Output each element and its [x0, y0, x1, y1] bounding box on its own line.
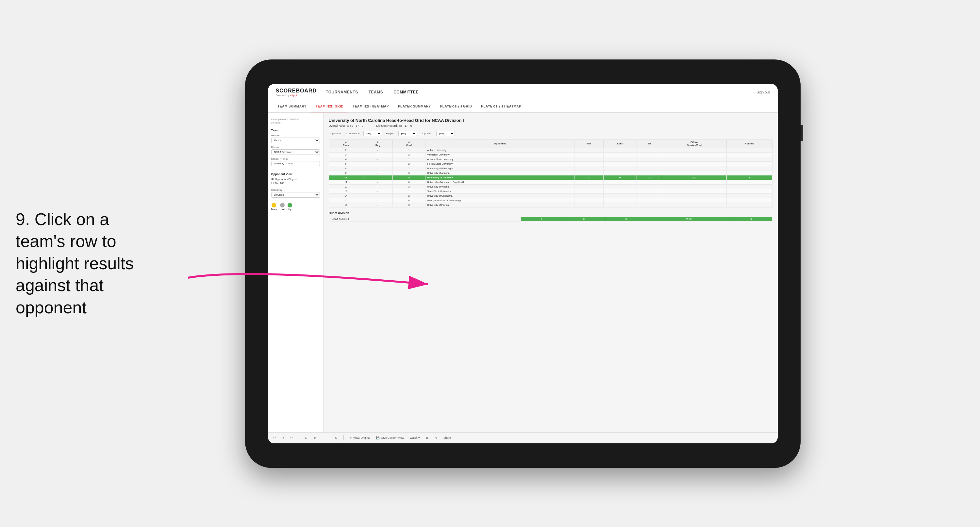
cell-div-tie: 0 [605, 217, 647, 221]
cell-reg: - [363, 193, 393, 198]
toolbar-sep2 [344, 435, 344, 440]
table-row[interactable]: 8 - 2 University of Washington [329, 166, 772, 170]
instruction-text: 9. Click on a team's row to highlight re… [16, 209, 140, 319]
toolbar-dot2[interactable]: · [327, 436, 330, 440]
legend-up: Up [288, 203, 292, 210]
cell-rank: 12 [329, 184, 363, 189]
col-tie: Tie [636, 140, 662, 148]
toolbar-back[interactable]: ↩ [289, 436, 294, 440]
toolbar-undo[interactable]: ↩ [272, 436, 277, 440]
tab-team-h2h-grid[interactable]: TEAM H2H GRID [311, 101, 348, 112]
cell-tie [636, 180, 662, 184]
cell-reg: - [363, 157, 393, 161]
tab-team-summary[interactable]: TEAM SUMMARY [273, 101, 311, 112]
nav-links: TOURNAMENTS TEAMS COMMITTEE [326, 84, 754, 100]
opponent-filter-label: Opponent [421, 132, 432, 135]
toolbar-clock[interactable]: ⊙ [334, 436, 339, 440]
grid-records: Overall Record: 89 - 17 - 0 Division Rec… [329, 124, 773, 127]
tablet-side-button [800, 125, 803, 141]
table-row[interactable]: 13 - 1 Texas Tech University [329, 189, 772, 193]
cell-conf: 2 [393, 193, 425, 198]
out-of-division-row[interactable]: NCAA Division II 1 0 0 26.00 3 [329, 217, 772, 221]
toolbar-dot1[interactable]: · [321, 436, 324, 440]
table-row[interactable]: 3 - 2 Vanderbilt University [329, 152, 772, 157]
table-row[interactable]: 9 - 3 University of Arizona [329, 170, 772, 175]
sub-nav: TEAM SUMMARY TEAM H2H GRID TEAM H2H HEAT… [268, 101, 778, 113]
gender-select[interactable]: Men's [271, 137, 320, 143]
tab-player-h2h-grid[interactable]: PLAYER H2H GRID [436, 101, 477, 112]
cell-diff [662, 166, 727, 170]
division-select[interactable]: NCAA Division I [271, 149, 320, 155]
tab-player-summary[interactable]: PLAYER SUMMARY [393, 101, 436, 112]
cell-reg: - [363, 189, 393, 193]
toolbar-save-custom[interactable]: 💾 Save Custom View [375, 436, 405, 440]
region-filter-label: Region [386, 132, 394, 135]
toolbar-view-original[interactable]: 👁 View: Original [348, 436, 372, 440]
cell-conf: 2 [393, 152, 425, 157]
toolbar-redo[interactable]: ↪ [280, 436, 286, 440]
table-row[interactable]: 11 - 5 University of Alabama 3 0 0 2.61 … [329, 175, 772, 180]
table-row[interactable]: 6 - 2 Florida State University [329, 161, 772, 166]
cell-win [574, 202, 603, 207]
conference-filter-select[interactable]: (All) [363, 131, 382, 136]
cell-rank: 3 [329, 152, 363, 157]
toolbar-watch[interactable]: Watch ▾ [409, 436, 421, 440]
cell-win [574, 152, 603, 157]
radio-opponents-played[interactable]: Opponents Played [271, 178, 320, 181]
table-row[interactable]: 14 - 2 University of Oklahoma [329, 193, 772, 198]
toolbar-share[interactable]: Share [442, 436, 452, 440]
col-opponent: Opponent [425, 140, 574, 148]
cell-loss [603, 157, 636, 161]
h2h-table: #Rank #Reg #Conf Opponent Win Loss Tie D… [329, 140, 773, 207]
cell-div-win: 1 [520, 217, 563, 221]
toolbar-add[interactable]: ⊕ [312, 436, 317, 440]
cell-conf: 2 [393, 161, 425, 166]
cell-diff [662, 170, 727, 175]
toolbar-icons[interactable]: 🖥 [425, 436, 430, 440]
cell-loss [603, 148, 636, 152]
main-content: Last Updated: 27/03/2024 16:55:38 Team G… [268, 113, 778, 432]
colour-by-select[interactable]: Win/loss [271, 192, 320, 197]
cell-opponent: Arizona State University [425, 157, 574, 161]
cell-diff: 2.61 [662, 175, 727, 180]
cell-reg: - [363, 184, 393, 189]
conference-filter-label: Conference [346, 132, 360, 135]
cell-diff [662, 148, 727, 152]
toolbar-grid[interactable]: ⊞ [304, 436, 309, 440]
cell-rank: 13 [329, 189, 363, 193]
cell-rounds [727, 161, 772, 166]
sidebar: Last Updated: 27/03/2024 16:55:38 Team G… [268, 113, 323, 432]
table-row[interactable]: 2 - 1 Auburn University [329, 148, 772, 152]
cell-div-name: NCAA Division II [329, 217, 520, 221]
col-loss: Loss [603, 140, 636, 148]
toolbar-print[interactable]: 🖨 [433, 436, 439, 440]
cell-opponent: University of Alabama [425, 175, 574, 180]
tab-team-h2h-heatmap[interactable]: TEAM H2H HEATMAP [348, 101, 393, 112]
region-filter-select[interactable]: (All) [398, 131, 417, 136]
tab-player-h2h-heatmap[interactable]: PLAYER H2H HEATMAP [476, 101, 526, 112]
cell-conf: 5 [393, 175, 425, 180]
cell-rounds [727, 184, 772, 189]
cell-rank: 11 [329, 180, 363, 184]
school-input[interactable] [271, 161, 320, 166]
grid-title: University of North Carolina Head-to-Hea… [329, 118, 773, 123]
cell-tie [636, 166, 662, 170]
sign-out[interactable]: | Sign out [754, 90, 770, 94]
nav-committee[interactable]: COMMITTEE [393, 84, 418, 100]
nav-teams[interactable]: TEAMS [369, 84, 383, 100]
table-row[interactable]: 12 - 3 University of Virginia [329, 184, 772, 189]
legend-level: Level [279, 203, 285, 210]
table-row[interactable]: 15 - 4 Georgia Institute of Technology [329, 198, 772, 202]
cell-rounds [727, 180, 772, 184]
cell-win [574, 161, 603, 166]
table-row[interactable]: 16 - 3 University of Florida [329, 202, 772, 207]
table-row[interactable]: 4 - 1 Arizona State University [329, 157, 772, 161]
legend-level-circle [280, 203, 285, 207]
table-row[interactable]: 11 - 6 University of Arkansas, Fayettevi… [329, 180, 772, 184]
cell-tie [636, 157, 662, 161]
opponent-filter-select[interactable]: (All) [436, 131, 455, 136]
radio-top100[interactable]: Top 100 [271, 182, 320, 185]
cell-win [574, 198, 603, 202]
nav-tournaments[interactable]: TOURNAMENTS [326, 84, 358, 100]
top-nav: SCOREBOARD Powered by clippi TOURNAMENTS… [268, 84, 778, 101]
